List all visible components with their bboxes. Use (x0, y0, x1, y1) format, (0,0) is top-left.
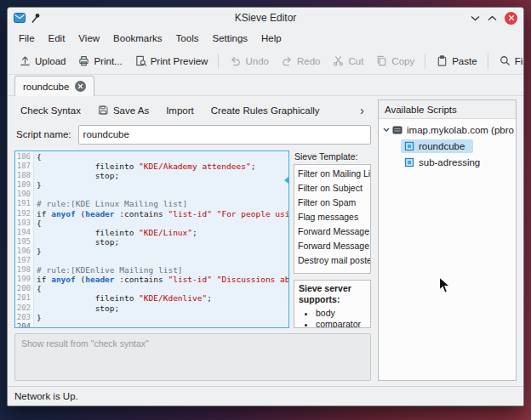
import-button[interactable]: Import (160, 102, 200, 119)
available-scripts-panel: Available Scripts imap.mykolab.com (pbro… (378, 99, 517, 381)
print-icon (77, 54, 90, 67)
code-token: ; (192, 228, 197, 237)
menu-bookmarks[interactable]: Bookmarks (106, 31, 169, 46)
tabbar: roundcube (8, 75, 523, 96)
line-number: 187 (17, 162, 31, 171)
find-button[interactable]: Find... (494, 51, 524, 71)
script-item-box[interactable]: roundcube (401, 139, 473, 153)
tab-roundcube[interactable]: roundcube (14, 76, 94, 96)
chevron-down-icon[interactable] (380, 128, 392, 132)
code-token: "KDE/Kdenlive" (139, 293, 207, 303)
line-number: 197 (17, 256, 31, 265)
undo-button[interactable]: Undo (224, 51, 274, 71)
script-icon (404, 157, 414, 167)
action-button-label: Check Syntax (20, 105, 81, 116)
code-line: { (37, 219, 288, 228)
toolbar-button-label: Print... (94, 56, 122, 66)
script-item-sub-adressing[interactable]: sub-adressing (380, 154, 514, 170)
supports-item: body (316, 308, 366, 319)
code-token: stop; (37, 171, 119, 180)
ksieve-editor-window: KSieve Editor FileEditViewBookmarksTools… (7, 7, 524, 406)
copy-button[interactable]: Copy (370, 51, 420, 71)
code-token: "list-id" (168, 275, 211, 284)
menu-view[interactable]: View (71, 31, 106, 46)
script-item-box[interactable]: sub-adressing (401, 156, 488, 169)
upload-button[interactable]: Upload (14, 51, 71, 71)
server-supports-label: Sieve server supports: (299, 283, 351, 305)
available-scripts-title: Available Scripts (379, 100, 516, 118)
tab-close-icon[interactable] (75, 81, 86, 92)
titlebar[interactable]: KSieve Editor (8, 8, 523, 28)
toolbar-separator (425, 54, 425, 69)
code-line: } (37, 180, 288, 190)
create-rules-graphically-button[interactable]: Create Rules Graphically (205, 102, 326, 119)
menu-edit[interactable]: Edit (42, 31, 72, 46)
script-name-label: Script name: (14, 129, 71, 139)
close-button[interactable] (505, 12, 517, 25)
save-as-button[interactable]: Save As (92, 101, 155, 121)
code-line: { (37, 152, 288, 162)
menu-tools[interactable]: Tools (169, 31, 206, 46)
template-item[interactable]: Filter on Subject (294, 180, 370, 195)
tab-label: roundcube (23, 82, 69, 92)
scripts-tree[interactable]: imap.mykolab.com (pbro roundcubesub-adre… (379, 118, 516, 380)
line-number: 202 (17, 304, 31, 313)
line-number: 195 (17, 237, 31, 247)
script-item-roundcube[interactable]: roundcube (380, 138, 514, 154)
cut-button[interactable]: Cut (327, 51, 368, 71)
code-token: ; (207, 293, 212, 303)
menu-settings[interactable]: Settings (205, 31, 254, 46)
line-number-gutter: 1861871881891901911921931941951961971981… (15, 151, 34, 327)
code-token: fileinto (37, 293, 139, 303)
print-preview-button[interactable]: Print Preview (129, 51, 214, 71)
paste-button[interactable]: Paste (431, 51, 482, 71)
line-number: 192 (17, 209, 31, 219)
template-item[interactable]: Destroy mail posted by (294, 253, 370, 267)
code-token: } (37, 247, 42, 256)
tree-server-row[interactable]: imap.mykolab.com (pbro (380, 122, 514, 138)
line-number: 193 (17, 219, 31, 228)
check-syntax-button[interactable]: Check Syntax (14, 102, 87, 119)
code-line: if anyof (header :contains "list-id" "Di… (37, 275, 288, 284)
menu-file[interactable]: File (12, 31, 42, 46)
line-number: 190 (17, 190, 31, 199)
script-name-row: Script name: (14, 123, 371, 145)
code-token: fileinto (37, 162, 139, 171)
code-line: # rule:[KDEnlive Mailing list] (37, 265, 288, 275)
menu-help[interactable]: Help (254, 31, 288, 46)
line-number: 199 (17, 275, 31, 284)
statusbar: Network is Up. (8, 386, 523, 406)
copy-icon (375, 54, 388, 67)
minimize-button[interactable] (471, 15, 480, 21)
template-item[interactable]: Forward Message (294, 224, 370, 238)
template-item[interactable]: Forward Message and add copy (294, 238, 370, 253)
action-button-label: Save As (113, 105, 149, 116)
toolbar-button-label: Upload (35, 56, 66, 66)
print-preview-icon (134, 54, 147, 67)
template-item[interactable]: Flag messages (294, 209, 370, 224)
app-icon (14, 12, 26, 24)
toolbar-button-label: Paste (452, 56, 477, 66)
action-button-label: Import (166, 105, 194, 116)
code-line: fileinto "KDE/Kdenlive"; (37, 293, 288, 303)
code-token: anyof (51, 209, 76, 219)
code-token: if (37, 275, 51, 284)
maximize-button[interactable] (488, 15, 497, 21)
pin-icon[interactable] (31, 13, 41, 24)
supports-item: comparator (316, 319, 366, 328)
code-token: ( (76, 275, 85, 284)
script-icon (404, 141, 414, 151)
code-area[interactable]: { fileinto "KDE/Akademy attendees"; stop… (34, 151, 288, 327)
code-editor[interactable]: 1861871881891901911921931941951961971981… (14, 150, 289, 328)
more-actions-button[interactable]: › (353, 105, 371, 116)
code-line (37, 322, 288, 327)
template-item[interactable]: Filter on Spam (294, 195, 370, 209)
print-button[interactable]: Print... (72, 51, 127, 71)
redo-button[interactable]: Redo (276, 51, 326, 71)
template-item[interactable]: Filter on Mailing List (294, 166, 370, 180)
line-number: 194 (17, 228, 31, 237)
paste-icon (436, 54, 448, 67)
script-name-input[interactable] (78, 125, 371, 145)
script-item-label: roundcube (419, 141, 465, 151)
code-token: :contains (115, 275, 168, 284)
